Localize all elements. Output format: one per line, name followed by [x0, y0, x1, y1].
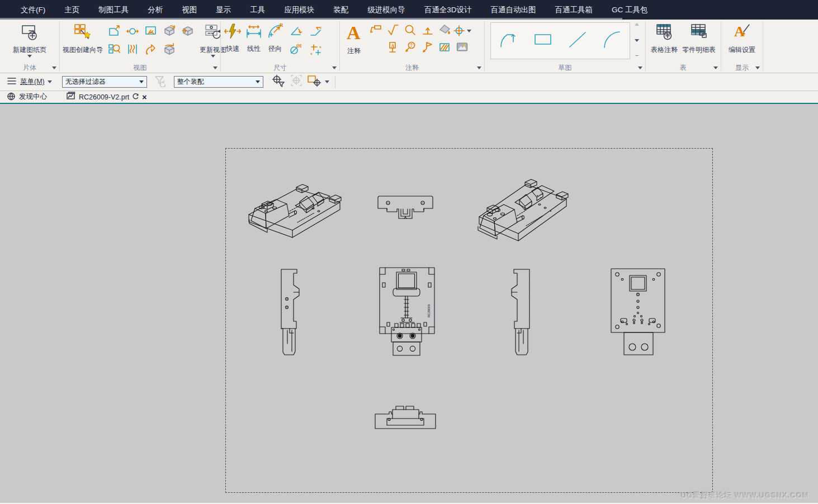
menu-application[interactable]: 应用模块	[275, 0, 324, 20]
parts-list-button[interactable]: 零件明细表	[680, 21, 717, 56]
rapid-dimension-icon	[224, 22, 242, 42]
annotation-commands-grid: A 7	[367, 22, 471, 57]
feature-control-frame-icon[interactable]	[369, 23, 382, 39]
discovery-center-tab[interactable]: 发现中心	[3, 91, 50, 103]
point-on-geometry-icon[interactable]	[307, 74, 323, 89]
ribbon-group-views-footer[interactable]: 视图	[60, 63, 220, 73]
view-wizard-button[interactable]: 视图创建向导	[61, 21, 105, 56]
detail-view-icon[interactable]	[107, 42, 121, 58]
edit-settings-button[interactable]: A 编辑设置	[727, 21, 757, 56]
menu-tools[interactable]: 工具	[240, 0, 275, 20]
view-isometric-left[interactable]	[242, 179, 345, 238]
flag-note-icon[interactable]	[421, 41, 434, 56]
menu-display[interactable]: 显示	[206, 0, 240, 20]
projected-view-icon[interactable]	[126, 24, 139, 40]
tab-reload-icon[interactable]	[132, 93, 139, 102]
section-3d-view-icon[interactable]	[181, 24, 195, 40]
surface-finish-icon[interactable]	[386, 23, 400, 39]
ribbon-group-annotation-footer[interactable]: 注释	[340, 63, 484, 73]
balloon-icon[interactable]: 7	[404, 41, 417, 56]
table-group-dropdown-icon[interactable]	[713, 66, 718, 69]
angular-dimension-icon[interactable]	[289, 24, 302, 40]
update-views-dropdown-icon[interactable]	[211, 55, 215, 58]
base-view-icon[interactable]	[107, 24, 121, 40]
part-tab[interactable]: RC26009-V2.prt ×	[63, 91, 150, 103]
display-group-dropdown-icon[interactable]	[755, 66, 760, 69]
ribbon-group-sketch-footer[interactable]: 草图	[485, 63, 645, 73]
arc-icon[interactable]	[602, 30, 622, 52]
menu-dropdown-icon[interactable]	[48, 80, 52, 83]
menu-baitong-toolbox[interactable]: 百通工具箱	[546, 0, 603, 20]
radial-dimension-button[interactable]: R 径向	[264, 21, 286, 55]
svg-text:A: A	[391, 43, 394, 48]
datum-feature-icon[interactable]	[421, 23, 434, 39]
section-view-icon[interactable]	[144, 42, 158, 58]
tab-close-icon[interactable]: ×	[142, 93, 146, 101]
menu-progressive-die-wizard[interactable]: 级进模向导	[358, 0, 415, 20]
view-front-top[interactable]	[376, 194, 435, 221]
new-sheet-button[interactable]: 新建图纸页	[11, 21, 48, 59]
crosshatch-icon[interactable]	[438, 41, 452, 56]
ribbon-group-dimension-footer[interactable]: 尺寸	[221, 63, 339, 73]
selection-scope-dropdown-icon[interactable]	[256, 80, 260, 83]
filter-reset-icon[interactable]	[154, 75, 167, 89]
menu-gc-toolkit[interactable]: GC 工具包	[602, 0, 658, 20]
center-mark-dropdown-icon[interactable]	[467, 30, 471, 32]
ribbon-group-display-footer[interactable]: 显示	[721, 63, 763, 73]
gallery-expand-icon[interactable]	[635, 55, 639, 56]
sheet-group-dropdown-icon[interactable]	[52, 66, 56, 69]
menu-view[interactable]: 视图	[172, 0, 206, 20]
sketch-group-dropdown-icon[interactable]	[638, 66, 642, 69]
diameter-dimension-icon[interactable]: ØI	[289, 42, 302, 58]
view-plan-right[interactable]	[608, 267, 668, 358]
views-group-dropdown-icon[interactable]	[213, 66, 217, 69]
profile-icon[interactable]	[498, 30, 518, 52]
break-view-icon[interactable]	[126, 42, 139, 58]
ordinate-dimension-icon[interactable]: x x	[309, 42, 323, 58]
svg-text:7: 7	[410, 43, 412, 48]
menu-baitong-auto-drawing[interactable]: 百通自动出图	[481, 0, 546, 20]
selection-filter-value: 无选择过滤器	[65, 77, 106, 87]
view-isometric-right[interactable]	[472, 171, 573, 246]
rapid-dimension-button[interactable]: 快速	[222, 21, 243, 55]
hamburger-menu-icon[interactable]	[7, 77, 17, 87]
view-side-left[interactable]	[276, 268, 302, 358]
view-side-right[interactable]	[508, 268, 535, 359]
ribbon-group-table-footer[interactable]: 表	[646, 63, 721, 73]
rotate-view-icon[interactable]	[163, 24, 176, 40]
weld-symbol-icon[interactable]	[438, 23, 452, 39]
tabular-note-button[interactable]: 表格注释	[649, 21, 679, 56]
point-options-dropdown-icon[interactable]	[325, 80, 329, 83]
rectangle-icon[interactable]	[533, 30, 553, 52]
note-button[interactable]: A 注释	[341, 21, 367, 57]
annotation-group-dropdown-icon[interactable]	[477, 66, 481, 69]
snap-point-icon[interactable]	[271, 74, 286, 89]
view-rear-bottom[interactable]	[372, 405, 438, 432]
image-icon[interactable]	[456, 41, 469, 56]
local-section-view-icon[interactable]	[144, 24, 158, 40]
view-plan-center[interactable]: RC26009	[378, 266, 436, 360]
menu-drafting-tools[interactable]: 制图工具	[89, 0, 138, 20]
line-icon[interactable]	[568, 30, 588, 52]
selection-filter-combo[interactable]: 无选择过滤器	[62, 76, 147, 88]
gallery-scroll-down-icon[interactable]	[635, 39, 639, 42]
label-icon[interactable]: A	[386, 41, 400, 56]
datum-target-icon[interactable]	[404, 23, 417, 39]
center-mark-icon[interactable]	[453, 25, 471, 38]
orient-view-icon[interactable]	[163, 42, 176, 58]
menu-assemblies[interactable]: 装配	[324, 0, 358, 20]
menu-home[interactable]: 主页	[55, 0, 89, 20]
new-sheet-dropdown-icon[interactable]	[27, 55, 32, 58]
menu-file[interactable]: 文件(F)	[11, 0, 55, 20]
menu-analysis[interactable]: 分析	[138, 0, 172, 20]
linear-dimension-button[interactable]: x 线性	[243, 21, 264, 55]
ribbon-group-sheet-footer[interactable]: 片体	[0, 63, 59, 73]
gallery-scroll-up-icon[interactable]	[635, 23, 639, 26]
chamfer-dimension-icon[interactable]: c	[309, 24, 323, 40]
menu-baitong-3d-design[interactable]: 百通全3D设计	[415, 0, 481, 20]
selection-scope-combo[interactable]: 整个装配	[174, 76, 263, 88]
selection-filter-dropdown-icon[interactable]	[139, 80, 144, 83]
menu-button-label[interactable]: 菜单(M)	[20, 77, 45, 87]
drawing-canvas[interactable]: RC26009	[0, 104, 818, 503]
dimension-group-dropdown-icon[interactable]	[332, 66, 337, 69]
